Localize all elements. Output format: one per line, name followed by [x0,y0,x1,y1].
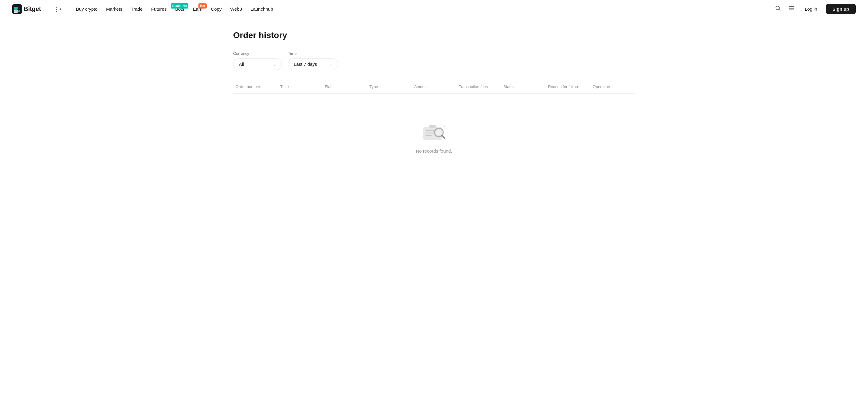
table-header-col-4: Amount [412,84,457,89]
logo[interactable]: Bitget [12,4,41,14]
nav-item-futures[interactable]: Futures [148,5,170,13]
filters-row: Currency All ⌄ Time Last 7 days ⌄ [233,51,635,70]
svg-point-14 [444,126,445,127]
signup-button[interactable]: Sign up [826,4,856,14]
nav-item-buy-crypto[interactable]: Buy crypto [72,5,101,13]
svg-point-15 [442,124,443,125]
time-select[interactable]: Last 7 days ⌄ [288,58,338,70]
currency-label: Currency [233,51,282,56]
currency-select[interactable]: All ⌄ [233,58,282,70]
nav-item-trade[interactable]: Trade [127,5,146,13]
badge-discounts: Discounts [171,3,188,8]
table-header-col-0: Order number [233,84,278,89]
nav-grid-icon[interactable]: ⋮• [53,5,61,13]
nav-item-web3[interactable]: Web3 [226,5,246,13]
currency-filter-group: Currency All ⌄ [233,51,282,70]
table-header-col-1: Time [278,84,322,89]
nav-item-copy[interactable]: Copy [207,5,225,13]
empty-state-message: No records found. [416,148,452,153]
search-button[interactable] [774,4,782,14]
table-header-col-5: Transaction fees [456,84,501,89]
svg-point-12 [436,130,442,135]
svg-rect-17 [429,125,436,128]
currency-value: All [239,62,244,67]
nav-right: Log in Sign up [774,4,856,15]
time-value: Last 7 days [294,62,317,67]
nav-item-earn[interactable]: EarnHot [189,5,206,13]
svg-point-1 [18,10,20,12]
nav-links: Buy cryptoMarketsTradeFuturesBotsDiscoun… [72,5,764,13]
time-label: Time [288,51,338,56]
table-header-col-6: Status [501,84,546,89]
table-header-col-8: Operation [590,84,635,89]
nav-item-launchhub[interactable]: Launchhub [247,5,277,13]
nav-item-markets[interactable]: Markets [102,5,126,13]
login-button[interactable]: Log in [801,5,821,13]
time-chevron-down-icon: ⌄ [329,62,332,66]
search-icon [775,5,781,11]
svg-rect-10 [426,135,432,136]
no-records-icon [419,118,449,142]
order-history-table: Order numberTimeFiatTypeAmountTransactio… [233,80,635,178]
logo-text: Bitget [24,5,41,12]
svg-line-3 [779,9,780,11]
empty-state: No records found. [233,93,635,178]
table-header-col-3: Type [367,84,412,89]
bitget-logo-icon [12,4,22,14]
table-header-col-2: Fiat [322,84,367,89]
svg-rect-9 [426,133,434,134]
currency-chevron-down-icon: ⌄ [273,62,276,66]
page-title: Order history [233,30,635,40]
main-content: Order history Currency All ⌄ Time Last 7… [215,18,653,202]
time-filter-group: Time Last 7 days ⌄ [288,51,338,70]
table-header: Order numberTimeFiatTypeAmountTransactio… [233,80,635,93]
navbar: Bitget ⋮• Buy cryptoMarketsTradeFuturesB… [0,0,868,18]
table-header-col-7: Reason for failure [546,84,590,89]
svg-point-2 [776,6,779,10]
nav-item-bots[interactable]: BotsDiscounts [172,5,188,13]
svg-line-13 [442,136,444,138]
hamburger-icon [788,5,795,11]
empty-illustration [419,118,449,142]
hamburger-menu-button[interactable] [787,4,796,15]
svg-point-16 [446,128,446,129]
badge-hot: Hot [198,3,207,8]
